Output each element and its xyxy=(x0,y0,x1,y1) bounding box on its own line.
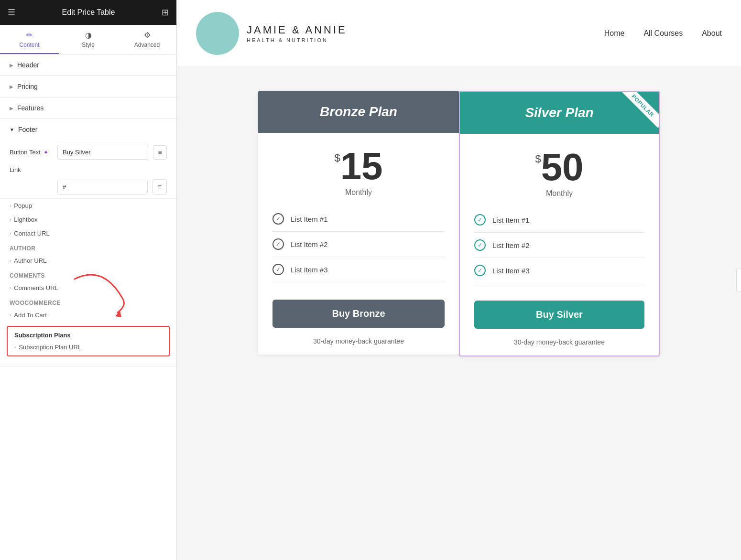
silver-feature-1-text: List Item #1 xyxy=(492,216,530,224)
caret-right-icon: › xyxy=(10,312,11,318)
button-text-row: Button Text ✦ ≡ xyxy=(0,140,176,164)
dropdown-item-contact[interactable]: › Contact URL xyxy=(0,226,176,240)
dropdown-item-add-to-cart[interactable]: › Add To Cart xyxy=(0,308,176,322)
silver-feature-2: ✓ List Item #2 xyxy=(474,233,644,258)
list-icon-btn[interactable]: ≡ xyxy=(153,145,167,160)
nav-link-courses[interactable]: All Courses xyxy=(643,29,683,38)
bronze-feature-1-text: List Item #1 xyxy=(291,215,328,223)
subscription-plan-url-label: Subscription Plan URL xyxy=(19,344,81,351)
silver-card-title: Silver Plan xyxy=(525,105,593,120)
dropdown-add-to-cart-label: Add To Cart xyxy=(14,312,46,319)
link-input[interactable] xyxy=(58,180,148,194)
accordion-footer-toggle[interactable]: ▼ Footer xyxy=(0,119,176,140)
tab-advanced[interactable]: ⚙ Advanced xyxy=(118,25,176,54)
comments-section-label: Comments xyxy=(0,268,176,281)
silver-feature-2-text: List Item #2 xyxy=(492,241,530,249)
logo-text-block: JAMIE & ANNIE HEALTH & NUTRITION xyxy=(247,24,347,43)
accordion-features: ▶ Features xyxy=(0,97,176,119)
dropdown-menu: › Popup › Lightbox › Contact URL Author xyxy=(0,198,176,322)
dynamic-icon: ✦ xyxy=(44,149,48,156)
caret-right-icon: › xyxy=(10,217,11,222)
pencil-icon: ✏ xyxy=(26,31,33,40)
check-icon: ✓ xyxy=(272,264,284,275)
nav-bar: JAMIE & ANNIE HEALTH & NUTRITION Home Al… xyxy=(177,0,741,67)
dropdown-item-lightbox[interactable]: › Lightbox xyxy=(0,213,176,226)
buy-bronze-button[interactable]: Buy Bronze xyxy=(272,300,445,328)
nav-link-home[interactable]: Home xyxy=(604,29,625,38)
caret-right-icon: › xyxy=(14,345,16,350)
link-label: Link xyxy=(10,166,53,173)
accordion-pricing: ▶ Pricing xyxy=(0,76,176,97)
price-card-bronze: Bronze Plan $ 15 Monthly ✓ List Item #1 … xyxy=(258,91,459,355)
caret-right-icon: › xyxy=(10,203,11,208)
dropdown-item-author-url[interactable]: › Author URL xyxy=(0,254,176,268)
topbar-title: Edit Price Table xyxy=(62,8,115,17)
bronze-period: Monthly xyxy=(272,188,445,197)
bronze-card-title: Bronze Plan xyxy=(320,104,397,119)
silver-period: Monthly xyxy=(474,189,644,198)
subscription-plan-url-item[interactable]: › Subscription Plan URL xyxy=(8,341,169,355)
half-circle-icon: ◑ xyxy=(85,31,92,40)
check-icon: ✓ xyxy=(474,214,486,226)
chevron-right-icon: ▶ xyxy=(10,63,13,68)
silver-amount: 50 xyxy=(541,148,584,186)
logo-subtitle: HEALTH & NUTRITION xyxy=(247,37,347,43)
bronze-feature-2-text: List Item #2 xyxy=(291,240,328,248)
subscription-plans-title: Subscription Plans xyxy=(8,327,169,341)
tab-style[interactable]: ◑ Style xyxy=(59,25,118,54)
pricing-cards-area: Bronze Plan $ 15 Monthly ✓ List Item #1 … xyxy=(177,67,741,560)
silver-features-list: ✓ List Item #1 ✓ List Item #2 ✓ List Ite… xyxy=(474,207,644,283)
bronze-feature-2: ✓ List Item #2 xyxy=(272,232,445,257)
accordion-pricing-toggle[interactable]: ▶ Pricing xyxy=(0,76,176,97)
silver-guarantee: 30-day money-back guarantee xyxy=(474,338,644,346)
dropdown-item-popup[interactable]: › Popup xyxy=(0,199,176,213)
link-row: Link xyxy=(0,164,176,177)
dropdown-item-comments-url[interactable]: › Comments URL xyxy=(0,281,176,295)
nav-link-about[interactable]: About xyxy=(702,29,722,38)
bronze-feature-3: ✓ List Item #3 xyxy=(272,257,445,282)
caret-right-icon: › xyxy=(10,258,11,263)
bronze-guarantee: 30-day money-back guarantee xyxy=(272,337,445,345)
check-icon: ✓ xyxy=(272,213,284,225)
button-text-label: Button Text ✦ xyxy=(10,149,53,156)
bronze-amount: 15 xyxy=(340,147,383,185)
chevron-right-icon: ▶ xyxy=(10,106,13,111)
subscription-plans-box: Subscription Plans › Subscription Plan U… xyxy=(7,326,170,356)
tab-style-label: Style xyxy=(82,42,95,48)
silver-price-row: $ 50 xyxy=(474,148,644,186)
topbar: ☰ Edit Price Table ⊞ xyxy=(0,0,176,25)
bronze-card-body: $ 15 Monthly ✓ List Item #1 ✓ List Item … xyxy=(258,133,459,355)
bronze-currency: $ xyxy=(334,152,340,164)
silver-card-body: $ 50 Monthly ✓ List Item #1 ✓ List Item … xyxy=(460,134,659,355)
check-icon: ✓ xyxy=(272,238,284,250)
link-list-icon-btn[interactable]: ≡ xyxy=(153,179,167,194)
buy-silver-button[interactable]: Buy Silver xyxy=(474,301,644,329)
accordion-header-label: Header xyxy=(17,61,39,69)
caret-right-icon: › xyxy=(10,285,11,291)
tab-content-label: Content xyxy=(19,42,39,48)
logo-brand-name: JAMIE & ANNIE xyxy=(247,24,347,36)
accordion-pricing-label: Pricing xyxy=(17,83,38,90)
tab-advanced-label: Advanced xyxy=(134,42,160,48)
hamburger-icon[interactable]: ☰ xyxy=(8,7,15,18)
bronze-card-header: Bronze Plan xyxy=(258,91,459,133)
woocommerce-section-label: WooCommerce xyxy=(0,295,176,308)
footer-section: Button Text ✦ ≡ Link ⚙ ≡ xyxy=(0,140,176,366)
grid-icon[interactable]: ⊞ xyxy=(162,7,169,18)
link-input-wrap: ⚙ xyxy=(57,180,148,194)
tab-content[interactable]: ✏ Content xyxy=(0,25,59,54)
dropdown-comments-url-label: Comments URL xyxy=(14,284,58,291)
logo-area: JAMIE & ANNIE HEALTH & NUTRITION xyxy=(196,12,347,55)
accordion-footer: ▼ Footer Button Text ✦ ≡ Link xyxy=(0,119,176,366)
accordion-header-toggle[interactable]: ▶ Header xyxy=(0,54,176,75)
accordion-features-toggle[interactable]: ▶ Features xyxy=(0,97,176,118)
panel-scroll: ▶ Header ▶ Pricing ▶ Features ▼ Footer xyxy=(0,54,176,560)
accordion-footer-label: Footer xyxy=(18,126,37,133)
gear-icon: ⚙ xyxy=(144,31,151,40)
silver-feature-3: ✓ List Item #3 xyxy=(474,258,644,283)
popular-badge-text: POPULAR xyxy=(621,92,659,128)
left-panel: ☰ Edit Price Table ⊞ ✏ Content ◑ Style ⚙… xyxy=(0,0,177,560)
button-text-input[interactable] xyxy=(57,145,148,160)
bronze-features-list: ✓ List Item #1 ✓ List Item #2 ✓ List Ite… xyxy=(272,206,445,282)
dropdown-lightbox-label: Lightbox xyxy=(14,216,37,223)
